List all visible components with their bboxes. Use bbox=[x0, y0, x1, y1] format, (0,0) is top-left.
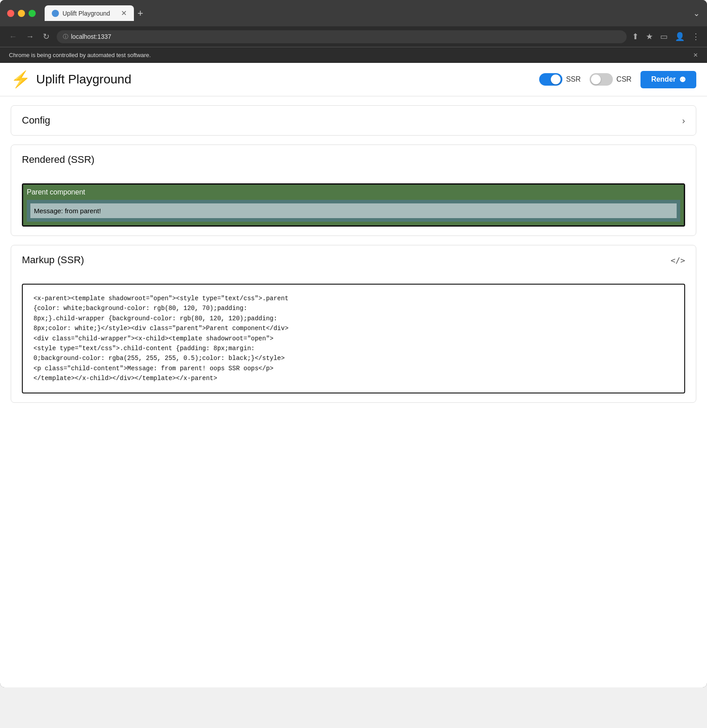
csr-toggle-knob bbox=[591, 74, 601, 84]
ssr-toggle[interactable] bbox=[539, 73, 562, 86]
tab-title: Uplift Playground bbox=[62, 10, 110, 17]
address-bar: ← → ↻ ⓘ localhost:1337 ⬆ ★ ▭ 👤 ⋮ bbox=[0, 26, 707, 47]
maximize-window-button[interactable] bbox=[29, 10, 36, 17]
code-icon: </> bbox=[670, 256, 685, 265]
markup-section: Markup (SSR) </> <x-parent><template sha… bbox=[11, 245, 696, 403]
back-button[interactable]: ← bbox=[7, 30, 19, 43]
markup-section-header: Markup (SSR) </> bbox=[11, 245, 696, 275]
tab-close-button[interactable]: ✕ bbox=[121, 9, 127, 17]
parent-component: Parent component Message: from parent! bbox=[23, 185, 684, 225]
ssr-label: SSR bbox=[566, 75, 581, 83]
markup-section-body: <x-parent><template shadowroot="open"><s… bbox=[11, 275, 696, 402]
main-content: Config › Rendered (SSR) Parent component… bbox=[0, 96, 707, 412]
close-window-button[interactable] bbox=[7, 10, 14, 17]
csr-toggle-slider bbox=[590, 73, 613, 86]
page-content: ⚡ Uplift Playground SSR bbox=[0, 63, 707, 687]
header-controls: SSR CSR Render ⚉ bbox=[539, 71, 696, 88]
config-chevron-icon: › bbox=[682, 116, 685, 126]
tab-favicon bbox=[52, 10, 59, 17]
child-wrapper: Message: from parent! bbox=[27, 200, 680, 222]
title-bar: Uplift Playground ✕ + ⌄ bbox=[0, 0, 707, 26]
render-button[interactable]: Render ⚉ bbox=[640, 71, 696, 88]
app-title: Uplift Playground bbox=[36, 72, 131, 87]
lightning-icon: ⚡ bbox=[11, 70, 31, 89]
ssr-toggle-knob bbox=[551, 74, 561, 84]
app-logo: ⚡ Uplift Playground bbox=[11, 70, 131, 89]
address-input[interactable]: ⓘ localhost:1337 bbox=[57, 30, 627, 43]
render-button-label: Render bbox=[651, 75, 676, 83]
automation-banner: Chrome is being controlled by automated … bbox=[0, 47, 707, 63]
markup-code-box: <x-parent><template shadowroot="open"><s… bbox=[22, 284, 685, 393]
refresh-button[interactable]: ↻ bbox=[41, 30, 51, 43]
tab-overflow-button[interactable]: ⌄ bbox=[693, 8, 700, 18]
config-section-header[interactable]: Config › bbox=[11, 106, 696, 135]
new-tab-button[interactable]: + bbox=[137, 8, 143, 19]
browser-toolbar-icons: ⬆ ★ ▭ 👤 ⋮ bbox=[632, 32, 700, 41]
active-tab[interactable]: Uplift Playground ✕ bbox=[45, 5, 134, 21]
forward-button[interactable]: → bbox=[24, 30, 36, 43]
minimize-window-button[interactable] bbox=[18, 10, 25, 17]
config-section: Config › bbox=[11, 105, 696, 136]
csr-label: CSR bbox=[616, 75, 632, 83]
config-title: Config bbox=[22, 115, 50, 126]
csr-toggle-group: CSR bbox=[590, 73, 632, 86]
bookmark-icon[interactable]: ★ bbox=[646, 32, 653, 41]
render-icon: ⚉ bbox=[679, 75, 686, 84]
csr-toggle[interactable] bbox=[590, 73, 613, 86]
automation-close-button[interactable]: ✕ bbox=[693, 52, 698, 58]
browser-window: Uplift Playground ✕ + ⌄ ← → ↻ ⓘ localhos… bbox=[0, 0, 707, 687]
tab-bar: Uplift Playground ✕ + bbox=[45, 5, 688, 21]
component-preview: Parent component Message: from parent! bbox=[22, 183, 685, 227]
info-icon: ⓘ bbox=[63, 33, 68, 41]
traffic-lights bbox=[7, 10, 36, 17]
url-display: localhost:1337 bbox=[71, 33, 111, 40]
app-header: ⚡ Uplift Playground SSR bbox=[0, 63, 707, 96]
parent-component-label: Parent component bbox=[27, 188, 680, 196]
child-content: Message: from parent! bbox=[30, 203, 677, 218]
rendered-section: Rendered (SSR) Parent component Message:… bbox=[11, 145, 696, 236]
sidebar-icon[interactable]: ▭ bbox=[660, 32, 668, 41]
ssr-toggle-slider bbox=[539, 73, 562, 86]
markup-title: Markup (SSR) bbox=[22, 254, 84, 266]
share-icon[interactable]: ⬆ bbox=[632, 32, 639, 41]
rendered-section-header: Rendered (SSR) bbox=[11, 145, 696, 174]
ssr-toggle-group: SSR bbox=[539, 73, 581, 86]
automation-message: Chrome is being controlled by automated … bbox=[9, 52, 151, 58]
more-options-icon[interactable]: ⋮ bbox=[692, 32, 700, 41]
rendered-section-body: Parent component Message: from parent! bbox=[11, 174, 696, 236]
profile-icon[interactable]: 👤 bbox=[675, 32, 685, 41]
rendered-title: Rendered (SSR) bbox=[22, 154, 95, 165]
